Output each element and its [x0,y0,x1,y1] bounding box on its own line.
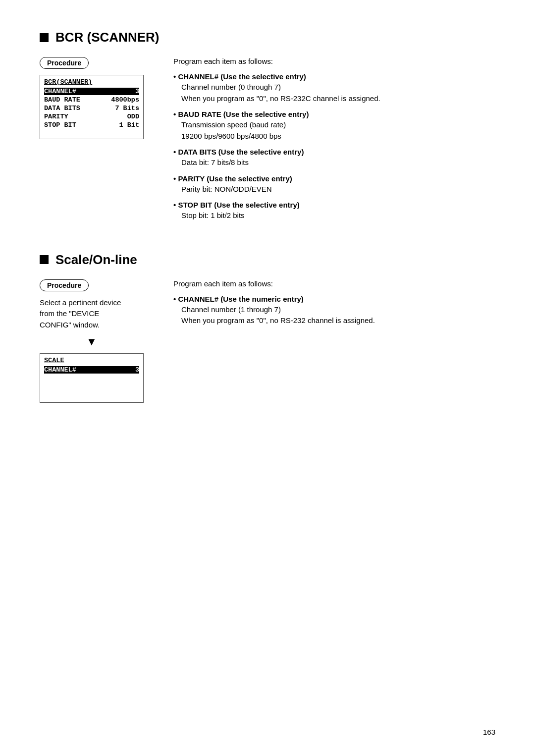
scale-screen-channel-value: 3 [135,366,139,374]
bcr-section-heading: BCR (SCANNER) [40,30,495,45]
bcr-entry-parity-detail: Parity bit: NON/ODD/EVEN [173,184,495,195]
bcr-screen-parity-value: ODD [127,113,139,120]
black-square-icon [40,33,49,42]
bcr-title: BCR (SCANNER) [55,30,159,45]
bcr-screen-baud-label: BAUD RATE [44,96,80,104]
bcr-screen-row-stopbit: STOP BIT 1 Bit [44,121,139,129]
bcr-screen-stopbit-label: STOP BIT [44,121,76,129]
bcr-entry-databits-title: • DATA BITS (Use the selective entry) [173,148,495,156]
scale-screen-box: SCALE CHANNEL# 3 [40,353,144,403]
bcr-entry-databits-detail: Data bit: 7 bits/8 bits [173,157,495,168]
scale-screen-channel-label: CHANNEL# [44,366,76,374]
bcr-entry-databits: • DATA BITS (Use the selective entry) Da… [173,148,495,168]
bcr-entry-parity-title: • PARITY (Use the selective entry) [173,174,495,183]
bcr-screen-channel-value: 3 [135,88,139,95]
scale-entry-channel-detail2: When you program as "0", no RS-232 chann… [173,315,495,326]
bcr-right-col: Program each item as follows: • CHANNEL#… [173,57,495,227]
bcr-screen-row-parity: PARITY ODD [44,113,139,120]
bcr-screen-row-channel: CHANNEL# 3 [44,88,139,95]
down-arrow-icon: ▼ [40,335,144,348]
bcr-entry-channel-detail1: Channel number (0 through 7) [173,82,495,93]
scale-procedure-badge: Procedure [40,279,89,291]
scale-left-col: Procedure Select a pertinent devicefrom … [40,279,154,403]
bcr-screen-databits-value: 7 Bits [115,105,139,112]
bcr-entry-baudrate: • BAUD RATE (Use the selective entry) Tr… [173,110,495,142]
bcr-screen-title: BCR(SCANNER) [44,78,139,86]
scale-program-text: Program each item as follows: [173,279,495,288]
bcr-entry-stopbit: • STOP BIT (Use the selective entry) Sto… [173,201,495,221]
bcr-entry-channel-title: • CHANNEL# (Use the selective entry) [173,72,495,81]
bcr-entry-parity: • PARITY (Use the selective entry) Parit… [173,174,495,195]
bcr-screen-channel-label: CHANNEL# [44,88,76,95]
scale-entry-channel-title: • CHANNEL# (Use the numeric entry) [173,295,495,303]
bcr-screen-box: BCR(SCANNER) CHANNEL# 3 BAUD RATE 4800bp… [40,75,144,139]
bcr-entry-baudrate-detail2: 19200 bps/9600 bps/4800 bps [173,131,495,142]
scale-entry-channel-detail1: Channel number (1 through 7) [173,304,495,316]
scale-screen-row-channel: CHANNEL# 3 [44,366,139,374]
scale-screen-title: SCALE [44,357,139,364]
bcr-screen-baud-value: 4800bps [111,96,139,104]
scale-black-square-icon [40,255,49,264]
page-number: 163 [483,728,495,736]
bcr-entry-channel-detail2: When you program as "0", no RS-232C chan… [173,93,495,105]
bcr-entry-channel: • CHANNEL# (Use the selective entry) Cha… [173,72,495,104]
bcr-screen-parity-label: PARITY [44,113,68,120]
scale-section-heading: Scale/On-line [40,252,495,268]
bcr-entry-baudrate-title: • BAUD RATE (Use the selective entry) [173,110,495,118]
bcr-screen-row-baud: BAUD RATE 4800bps [44,96,139,104]
scale-right-col: Program each item as follows: • CHANNEL#… [173,279,495,403]
bcr-screen-databits-label: DATA BITS [44,105,80,112]
bcr-screen-row-databits: DATA BITS 7 Bits [44,105,139,112]
bcr-entry-stopbit-title: • STOP BIT (Use the selective entry) [173,201,495,209]
scale-title: Scale/On-line [55,252,137,268]
bcr-left-col: Procedure BCR(SCANNER) CHANNEL# 3 BAUD R… [40,57,154,227]
scale-entry-channel: • CHANNEL# (Use the numeric entry) Chann… [173,295,495,326]
bcr-program-text: Program each item as follows: [173,57,495,65]
scale-left-text: Select a pertinent devicefrom the "DEVIC… [40,297,154,331]
bcr-screen-stopbit-value: 1 Bit [119,121,139,129]
bcr-entry-stopbit-detail: Stop bit: 1 bit/2 bits [173,210,495,221]
bcr-entry-baudrate-detail1: Transmission speed (baud rate) [173,119,495,131]
bcr-procedure-badge: Procedure [40,57,89,69]
